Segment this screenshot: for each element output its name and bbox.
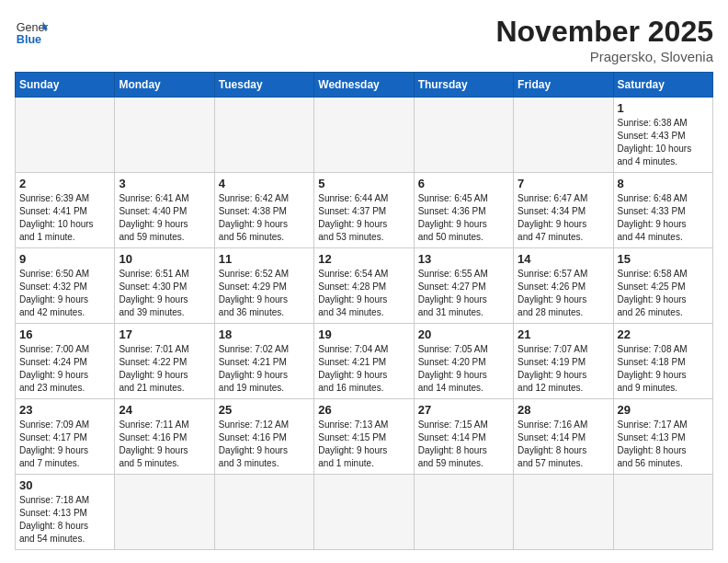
weekday-header-wednesday: Wednesday [314, 73, 414, 98]
calendar-cell: 5Sunrise: 6:44 AM Sunset: 4:37 PM Daylig… [314, 173, 414, 248]
day-number: 14 [518, 252, 609, 266]
day-number: 30 [19, 478, 110, 492]
day-number: 9 [19, 252, 110, 266]
calendar-cell: 24Sunrise: 7:11 AM Sunset: 4:16 PM Dayli… [115, 399, 214, 475]
calendar-cell: 16Sunrise: 7:00 AM Sunset: 4:24 PM Dayli… [16, 324, 115, 399]
day-info: Sunrise: 6:55 AM Sunset: 4:27 PM Dayligh… [418, 268, 509, 319]
month-title: November 2025 [495, 15, 713, 49]
day-info: Sunrise: 6:52 AM Sunset: 4:29 PM Dayligh… [219, 268, 310, 319]
day-info: Sunrise: 7:15 AM Sunset: 4:14 PM Dayligh… [418, 419, 509, 470]
calendar-cell: 4Sunrise: 6:42 AM Sunset: 4:38 PM Daylig… [214, 173, 313, 248]
day-number: 13 [418, 252, 509, 266]
day-number: 18 [219, 327, 310, 341]
day-info: Sunrise: 6:51 AM Sunset: 4:30 PM Dayligh… [119, 268, 210, 319]
location: Pragersko, Slovenia [495, 49, 713, 64]
calendar-table: SundayMondayTuesdayWednesdayThursdayFrid… [15, 72, 713, 550]
calendar-cell: 30Sunrise: 7:18 AM Sunset: 4:13 PM Dayli… [16, 475, 115, 550]
day-info: Sunrise: 6:42 AM Sunset: 4:38 PM Dayligh… [219, 192, 310, 244]
calendar-cell: 14Sunrise: 6:57 AM Sunset: 4:26 PM Dayli… [514, 248, 613, 324]
day-info: Sunrise: 7:16 AM Sunset: 4:14 PM Dayligh… [518, 419, 609, 470]
calendar-cell: 11Sunrise: 6:52 AM Sunset: 4:29 PM Dayli… [214, 248, 313, 324]
day-info: Sunrise: 6:58 AM Sunset: 4:25 PM Dayligh… [618, 268, 709, 319]
calendar-cell: 12Sunrise: 6:54 AM Sunset: 4:28 PM Dayli… [314, 248, 414, 324]
day-number: 3 [119, 177, 210, 190]
day-number: 16 [19, 327, 110, 341]
calendar-cell [115, 475, 214, 550]
calendar-cell: 21Sunrise: 7:07 AM Sunset: 4:19 PM Dayli… [514, 324, 613, 399]
day-info: Sunrise: 7:05 AM Sunset: 4:20 PM Dayligh… [418, 343, 509, 395]
day-info: Sunrise: 6:45 AM Sunset: 4:36 PM Dayligh… [418, 192, 509, 244]
day-info: Sunrise: 7:09 AM Sunset: 4:17 PM Dayligh… [19, 419, 110, 470]
day-info: Sunrise: 6:54 AM Sunset: 4:28 PM Dayligh… [318, 268, 409, 319]
calendar-week-row: 1Sunrise: 6:38 AM Sunset: 4:43 PM Daylig… [16, 98, 713, 173]
day-number: 10 [119, 252, 210, 266]
day-info: Sunrise: 6:47 AM Sunset: 4:34 PM Dayligh… [518, 192, 609, 244]
day-number: 22 [618, 327, 709, 341]
day-number: 26 [318, 403, 409, 417]
calendar-cell: 13Sunrise: 6:55 AM Sunset: 4:27 PM Dayli… [414, 248, 513, 324]
page-header: General Blue November 2025 Pragersko, Sl… [15, 15, 713, 64]
calendar-week-row: 23Sunrise: 7:09 AM Sunset: 4:17 PM Dayli… [16, 399, 713, 475]
calendar-cell: 10Sunrise: 6:51 AM Sunset: 4:30 PM Dayli… [115, 248, 214, 324]
weekday-header-sunday: Sunday [16, 73, 115, 98]
day-number: 25 [219, 403, 310, 417]
day-number: 21 [518, 327, 609, 341]
day-number: 23 [19, 403, 110, 417]
day-info: Sunrise: 6:57 AM Sunset: 4:26 PM Dayligh… [518, 268, 609, 319]
day-number: 6 [418, 177, 509, 190]
day-number: 20 [418, 327, 509, 341]
day-number: 29 [618, 403, 709, 417]
calendar-cell [414, 98, 513, 173]
calendar-cell: 6Sunrise: 6:45 AM Sunset: 4:36 PM Daylig… [414, 173, 513, 248]
day-info: Sunrise: 7:01 AM Sunset: 4:22 PM Dayligh… [119, 343, 210, 395]
calendar-cell: 9Sunrise: 6:50 AM Sunset: 4:32 PM Daylig… [16, 248, 115, 324]
svg-text:Blue: Blue [17, 33, 41, 46]
day-number: 12 [318, 252, 409, 266]
day-number: 2 [19, 177, 110, 190]
calendar-week-row: 9Sunrise: 6:50 AM Sunset: 4:32 PM Daylig… [16, 248, 713, 324]
day-info: Sunrise: 6:50 AM Sunset: 4:32 PM Dayligh… [19, 268, 110, 319]
day-info: Sunrise: 7:13 AM Sunset: 4:15 PM Dayligh… [318, 419, 409, 470]
day-info: Sunrise: 7:18 AM Sunset: 4:13 PM Dayligh… [19, 494, 110, 546]
calendar-cell: 28Sunrise: 7:16 AM Sunset: 4:14 PM Dayli… [514, 399, 613, 475]
day-number: 24 [119, 403, 210, 417]
calendar-cell [414, 475, 513, 550]
calendar-cell: 23Sunrise: 7:09 AM Sunset: 4:17 PM Dayli… [16, 399, 115, 475]
weekday-header-thursday: Thursday [414, 73, 513, 98]
weekday-header-saturday: Saturday [613, 73, 712, 98]
day-number: 28 [518, 403, 609, 417]
day-info: Sunrise: 7:12 AM Sunset: 4:16 PM Dayligh… [219, 419, 310, 470]
day-number: 1 [618, 101, 709, 115]
day-number: 4 [219, 177, 310, 190]
calendar-cell: 15Sunrise: 6:58 AM Sunset: 4:25 PM Dayli… [613, 248, 712, 324]
calendar-cell [514, 475, 613, 550]
calendar-cell: 19Sunrise: 7:04 AM Sunset: 4:21 PM Dayli… [314, 324, 414, 399]
day-number: 8 [618, 177, 709, 190]
day-info: Sunrise: 7:08 AM Sunset: 4:18 PM Dayligh… [618, 343, 709, 395]
day-number: 7 [518, 177, 609, 190]
calendar-cell [16, 98, 115, 173]
calendar-cell: 29Sunrise: 7:17 AM Sunset: 4:13 PM Dayli… [613, 399, 712, 475]
calendar-week-row: 30Sunrise: 7:18 AM Sunset: 4:13 PM Dayli… [16, 475, 713, 550]
title-block: November 2025 Pragersko, Slovenia [495, 15, 713, 64]
day-info: Sunrise: 6:48 AM Sunset: 4:33 PM Dayligh… [618, 192, 709, 244]
day-info: Sunrise: 7:02 AM Sunset: 4:21 PM Dayligh… [219, 343, 310, 395]
calendar-cell: 3Sunrise: 6:41 AM Sunset: 4:40 PM Daylig… [115, 173, 214, 248]
logo-icon: General Blue [15, 15, 48, 48]
weekday-header-monday: Monday [115, 73, 214, 98]
logo: General Blue [15, 15, 48, 48]
calendar-cell: 20Sunrise: 7:05 AM Sunset: 4:20 PM Dayli… [414, 324, 513, 399]
day-number: 17 [119, 327, 210, 341]
calendar-cell [214, 475, 313, 550]
weekday-header-row: SundayMondayTuesdayWednesdayThursdayFrid… [16, 73, 713, 98]
weekday-header-tuesday: Tuesday [214, 73, 313, 98]
day-info: Sunrise: 7:07 AM Sunset: 4:19 PM Dayligh… [518, 343, 609, 395]
day-number: 11 [219, 252, 310, 266]
calendar-cell: 1Sunrise: 6:38 AM Sunset: 4:43 PM Daylig… [613, 98, 712, 173]
calendar-cell [214, 98, 313, 173]
day-info: Sunrise: 6:44 AM Sunset: 4:37 PM Dayligh… [318, 192, 409, 244]
day-number: 19 [318, 327, 409, 341]
day-info: Sunrise: 7:00 AM Sunset: 4:24 PM Dayligh… [19, 343, 110, 395]
calendar-cell: 17Sunrise: 7:01 AM Sunset: 4:22 PM Dayli… [115, 324, 214, 399]
calendar-cell [115, 98, 214, 173]
